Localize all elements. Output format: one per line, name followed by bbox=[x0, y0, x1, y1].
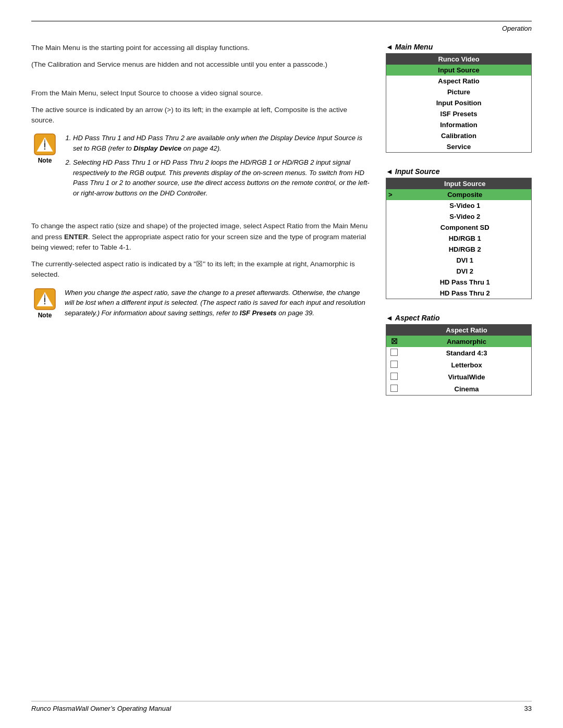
input-source-triangle: ◄ bbox=[386, 167, 393, 176]
input-source-row-1: > Composite bbox=[386, 189, 532, 200]
input-source-row-5: HD/RGB 1 bbox=[386, 233, 532, 244]
left-column: The Main Menu is the starting point for … bbox=[31, 43, 370, 410]
note-text-2: When you change the aspect ratio, save t… bbox=[65, 288, 370, 319]
input-source-row-8: DVI 2 bbox=[386, 266, 532, 277]
input-source-indicator-10 bbox=[386, 288, 399, 299]
main-menu-row-6: Information bbox=[386, 119, 532, 130]
main-menu-row-1: Input Source bbox=[386, 65, 532, 76]
page: Operation The Main Menu is the starting … bbox=[0, 0, 563, 728]
input-source-title: ◄Input Source bbox=[386, 167, 532, 176]
note-label-2: Note bbox=[38, 312, 52, 319]
input-source-row-2: S-Video 1 bbox=[386, 200, 532, 211]
input-source-row-0: Input Source bbox=[386, 178, 532, 190]
aspect-ratio-row-3: Letterbox bbox=[386, 359, 532, 371]
svg-text:i: i bbox=[44, 139, 46, 144]
note-text-1: HD Pass Thru 1 and HD Pass Thru 2 are av… bbox=[65, 133, 370, 202]
note-icon-2: ! i Note bbox=[31, 288, 58, 319]
aspect-ratio-row-2: Standard 4:3 bbox=[386, 347, 532, 359]
main-menu-row-4: Input Position bbox=[386, 97, 532, 108]
main-menu-title: ◄Main Menu bbox=[386, 43, 532, 51]
input-source-item-1: Composite bbox=[399, 189, 532, 200]
note-icon-1: ! i Note bbox=[31, 133, 58, 202]
note-block-2: ! i Note When you change the aspect rati… bbox=[31, 288, 370, 319]
input-source-item-10: HD Pass Thru 2 bbox=[399, 288, 532, 299]
input-source-item-0: Input Source bbox=[399, 178, 532, 190]
input-source-item-6: HD/RGB 2 bbox=[399, 244, 532, 255]
main-menu-table: Runco Video Input Source Aspect Ratio Pi… bbox=[386, 53, 532, 153]
main-menu-row-2: Aspect Ratio bbox=[386, 76, 532, 87]
note1-item-1: HD Pass Thru 1 and HD Pass Thru 2 are av… bbox=[73, 133, 370, 153]
aspect-ratio-row-0: Aspect Ratio bbox=[386, 325, 532, 336]
note1-item-2: Selecting HD Pass Thru 1 or HD Pass Thru… bbox=[73, 157, 370, 198]
aspect-ratio-item-5: Cinema bbox=[402, 383, 532, 396]
aspect-ratio-cb-1: ☒ bbox=[386, 336, 402, 347]
main-menu-row-5: ISF Presets bbox=[386, 108, 532, 119]
note-block-1: ! i Note HD Pass Thru 1 and HD Pass Thru… bbox=[31, 133, 370, 202]
input-source-indicator-4 bbox=[386, 222, 399, 233]
main-menu-triangle: ◄ bbox=[386, 43, 393, 51]
aspect-ratio-row-5: Cinema bbox=[386, 383, 532, 396]
aspect-ratio-row-1: ☒ Anamorphic bbox=[386, 336, 532, 347]
svg-text:i: i bbox=[44, 293, 46, 299]
input-source-item-2: S-Video 1 bbox=[399, 200, 532, 211]
para6: The currently-selected aspect ratio is i… bbox=[31, 259, 370, 280]
aspect-ratio-item-0: Aspect Ratio bbox=[402, 325, 532, 336]
main-menu-section: ◄Main Menu Runco Video Input Source Aspe… bbox=[386, 43, 532, 153]
input-source-indicator-6 bbox=[386, 244, 399, 255]
operation-label: Operation bbox=[502, 24, 532, 32]
input-source-indicator-1: > bbox=[386, 189, 399, 200]
input-source-item-8: DVI 2 bbox=[399, 266, 532, 277]
input-source-item-4: Component SD bbox=[399, 222, 532, 233]
note-icon-svg-2: ! i bbox=[33, 288, 56, 311]
main-menu-item-5: ISF Presets bbox=[386, 108, 532, 119]
main-menu-row-7: Calibration bbox=[386, 130, 532, 141]
input-source-indicator-2 bbox=[386, 200, 399, 211]
input-source-table: Input Source > Composite S-Video 1 S-Vid… bbox=[386, 178, 532, 299]
footer-left: Runco PlasmaWall Owner’s Operating Manua… bbox=[31, 705, 171, 712]
aspect-ratio-cb-3 bbox=[386, 359, 402, 371]
input-source-item-7: DVI 1 bbox=[399, 255, 532, 266]
para1: The Main Menu is the starting point for … bbox=[31, 43, 370, 53]
input-source-row-9: HD Pass Thru 1 bbox=[386, 277, 532, 288]
aspect-ratio-table: Aspect Ratio ☒ Anamorphic Standard 4:3 bbox=[386, 324, 532, 396]
input-source-row-3: S-Video 2 bbox=[386, 211, 532, 222]
note-icon-svg-1: ! i bbox=[33, 133, 56, 156]
aspect-ratio-triangle: ◄ bbox=[386, 314, 393, 322]
para5: To change the aspect ratio (size and sha… bbox=[31, 221, 370, 253]
operation-header: Operation bbox=[31, 24, 532, 32]
main-menu-row-8: Service bbox=[386, 141, 532, 153]
main-menu-item-7: Calibration bbox=[386, 130, 532, 141]
aspect-ratio-section: ◄Aspect Ratio Aspect Ratio ☒ Anamorphic bbox=[386, 314, 532, 396]
main-menu-item-4: Input Position bbox=[386, 97, 532, 108]
aspect-ratio-item-4: VirtualWide bbox=[402, 371, 532, 383]
main-menu-item-2: Aspect Ratio bbox=[386, 76, 532, 87]
input-source-indicator-0 bbox=[386, 178, 399, 190]
para2: (The Calibration and Service menus are h… bbox=[31, 59, 370, 70]
input-source-item-5: HD/RGB 1 bbox=[399, 233, 532, 244]
aspect-ratio-item-1: Anamorphic bbox=[402, 336, 532, 347]
input-source-item-9: HD Pass Thru 1 bbox=[399, 277, 532, 288]
input-source-section: ◄Input Source Input Source > Composite S… bbox=[386, 167, 532, 299]
main-menu-item-1: Input Source bbox=[386, 65, 532, 76]
main-menu-row-3: Picture bbox=[386, 87, 532, 97]
para4: The active source is indicated by an arr… bbox=[31, 105, 370, 126]
main-menu-row-0: Runco Video bbox=[386, 54, 532, 65]
right-column: ◄Main Menu Runco Video Input Source Aspe… bbox=[386, 43, 532, 410]
main-menu-item-8: Service bbox=[386, 141, 532, 153]
aspect-ratio-cb-5 bbox=[386, 383, 402, 396]
footer: Runco PlasmaWall Owner’s Operating Manua… bbox=[31, 701, 532, 712]
aspect-ratio-cb-4 bbox=[386, 371, 402, 383]
input-source-row-7: DVI 1 bbox=[386, 255, 532, 266]
main-content: The Main Menu is the starting point for … bbox=[31, 43, 532, 410]
footer-page-number: 33 bbox=[524, 705, 532, 712]
aspect-ratio-item-2: Standard 4:3 bbox=[402, 347, 532, 359]
main-menu-item-3: Picture bbox=[386, 87, 532, 97]
top-rule bbox=[31, 21, 532, 21]
aspect-ratio-item-3: Letterbox bbox=[402, 359, 532, 371]
aspect-ratio-cb-2 bbox=[386, 347, 402, 359]
aspect-ratio-row-4: VirtualWide bbox=[386, 371, 532, 383]
input-source-indicator-8 bbox=[386, 266, 399, 277]
input-source-indicator-3 bbox=[386, 211, 399, 222]
aspect-ratio-title: ◄Aspect Ratio bbox=[386, 314, 532, 322]
aspect-ratio-cb-0 bbox=[386, 325, 402, 336]
